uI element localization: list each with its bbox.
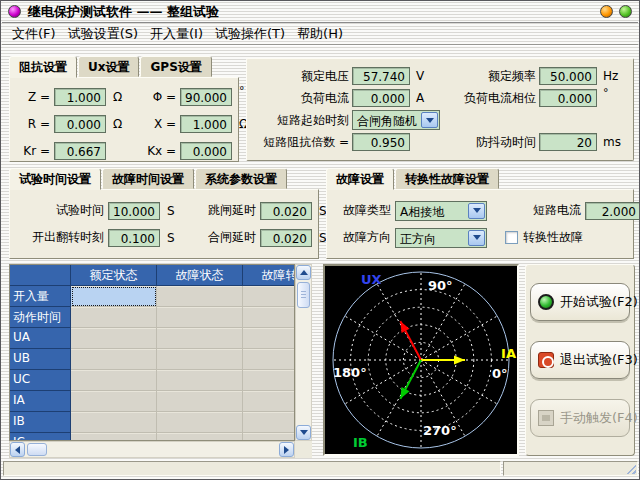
table-row-header[interactable]: IB — [10, 412, 71, 433]
source-settings-group: 额定电压 57.740 V 额定频率 50.000 Hz 负荷电流 0.000 … — [246, 58, 634, 161]
table-cell[interactable] — [71, 349, 157, 370]
chevron-down-icon[interactable] — [468, 230, 485, 246]
tab-system-param-settings[interactable]: 系统参数设置 — [195, 168, 287, 189]
scroll-up-button[interactable] — [296, 265, 311, 280]
scroll-left-button[interactable] — [10, 442, 25, 457]
scroll-down-button[interactable] — [296, 425, 311, 440]
table-cell[interactable] — [71, 412, 157, 433]
tab-impedance-settings[interactable]: 阻抗设置 — [9, 56, 77, 78]
table-cell[interactable] — [157, 370, 243, 391]
fault-panel: 故障设置 转换性故障设置 故障类型 A相接地 短路电流 2.000 A 故障方向… — [326, 168, 634, 259]
svg-text:270°: 270° — [423, 423, 457, 438]
app-icon — [8, 5, 21, 18]
convert-fault-checkbox[interactable] — [505, 231, 518, 244]
vertical-scroll-thumb[interactable] — [297, 282, 310, 308]
r-input[interactable]: 0.000 — [54, 115, 106, 133]
tab-fault-time-settings[interactable]: 故障时间设置 — [102, 168, 194, 189]
resize-grip[interactable] — [624, 462, 636, 474]
test-time-input[interactable]: 10.000 — [108, 202, 160, 220]
table-cell[interactable] — [71, 391, 157, 412]
kr-label: Kr = — [18, 144, 50, 158]
kr-input[interactable]: 0.667 — [54, 142, 106, 160]
trip-delay-input[interactable]: 0.020 — [260, 202, 312, 220]
horizontal-scroll-thumb[interactable] — [27, 443, 47, 456]
impedance-tabs: 阻抗设置 Ux设置 GPS设置 — [9, 56, 239, 77]
table-cell[interactable] — [243, 286, 295, 307]
menu-test-settings[interactable]: 试验设置(S) — [62, 24, 144, 44]
table-cell[interactable] — [71, 307, 157, 328]
load-current-phase-input[interactable]: 0.000 — [539, 89, 597, 107]
table-cell[interactable] — [243, 433, 295, 441]
fault-direction-select[interactable]: 正方向 — [395, 228, 487, 248]
tab-fault-settings[interactable]: 故障设置 — [326, 168, 394, 190]
table-cell[interactable] — [71, 286, 157, 307]
table-row-header[interactable]: UA — [10, 328, 71, 349]
status-table-area: 额定状态故障状态故障转换开入量动作时间UAUBUCIAIBIC — [9, 264, 312, 459]
svg-text:180°: 180° — [333, 365, 367, 380]
status-bar-main — [3, 461, 501, 476]
x-input[interactable]: 1.000 — [180, 115, 232, 133]
table-cell[interactable] — [157, 328, 243, 349]
table-column-header[interactable]: 故障转换 — [243, 265, 295, 286]
rated-frequency-input[interactable]: 50.000 — [539, 67, 597, 85]
table-row-header[interactable]: 动作时间 — [10, 307, 71, 328]
manual-trigger-button[interactable]: 手动触发(F4) — [530, 399, 630, 437]
menu-file[interactable]: 文件(F) — [6, 24, 62, 44]
table-cell[interactable] — [157, 433, 243, 441]
short-circuit-current-label: 短路电流 — [505, 202, 581, 219]
table-cell[interactable] — [243, 307, 295, 328]
tab-ux-settings[interactable]: Ux设置 — [78, 56, 139, 77]
fault-type-select[interactable]: A相接地 — [395, 201, 487, 221]
table-row-header[interactable]: UC — [10, 370, 71, 391]
table-cell[interactable] — [157, 412, 243, 433]
svg-text:90°: 90° — [428, 278, 453, 293]
table-cell[interactable] — [243, 391, 295, 412]
tab-test-time-settings[interactable]: 试验时间设置 — [9, 168, 101, 190]
horizontal-scrollbar[interactable] — [9, 441, 295, 458]
kx-input[interactable]: 0.000 — [180, 142, 232, 160]
table-cell[interactable] — [243, 349, 295, 370]
exit-test-button[interactable]: 退出试验(F3) — [530, 341, 630, 379]
short-circuit-start-select[interactable]: 合闸角随机 — [352, 110, 440, 130]
window-minimize-button[interactable] — [600, 5, 613, 18]
close-delay-input[interactable]: 0.020 — [260, 229, 312, 247]
tab-gps-settings[interactable]: GPS设置 — [140, 56, 211, 77]
manual-trigger-icon — [538, 410, 554, 426]
vertical-scrollbar[interactable] — [295, 264, 312, 441]
table-row-header[interactable]: IC — [10, 433, 71, 441]
table-cell[interactable] — [243, 370, 295, 391]
load-current-input[interactable]: 0.000 — [352, 89, 410, 107]
table-column-header[interactable]: 额定状态 — [71, 265, 157, 286]
svg-text:IB: IB — [353, 435, 368, 450]
table-cell[interactable] — [71, 433, 157, 441]
start-test-button[interactable]: 开始试验(F2) — [530, 283, 630, 321]
table-cell[interactable] — [157, 307, 243, 328]
output-flip-time-input[interactable]: 0.100 — [108, 229, 160, 247]
table-column-header[interactable]: 故障状态 — [157, 265, 243, 286]
chevron-down-icon[interactable] — [468, 203, 485, 219]
anti-jitter-input[interactable]: 20 — [539, 133, 597, 151]
chevron-down-icon[interactable] — [421, 112, 438, 128]
phi-input[interactable]: 90.000 — [180, 88, 232, 106]
table-cell[interactable] — [157, 349, 243, 370]
menu-binary-input[interactable]: 开入量(I) — [144, 24, 209, 44]
table-cell[interactable] — [243, 328, 295, 349]
impedance-multiplier-input[interactable]: 0.950 — [352, 133, 410, 151]
z-input[interactable]: 1.000 — [54, 88, 106, 106]
table-row-header[interactable]: IA — [10, 391, 71, 412]
svg-text:UX: UX — [361, 272, 382, 287]
tab-convert-fault-settings[interactable]: 转换性故障设置 — [395, 168, 499, 189]
table-cell[interactable] — [157, 391, 243, 412]
window-maximize-button[interactable] — [619, 5, 632, 18]
table-cell[interactable] — [71, 370, 157, 391]
rated-voltage-input[interactable]: 57.740 — [352, 67, 410, 85]
scroll-right-button[interactable] — [279, 442, 294, 457]
table-cell[interactable] — [71, 328, 157, 349]
table-cell[interactable] — [157, 286, 243, 307]
short-circuit-current-input[interactable]: 2.000 — [585, 202, 640, 220]
menu-help[interactable]: 帮助(H) — [291, 24, 349, 44]
table-cell[interactable] — [243, 412, 295, 433]
menu-test-operate[interactable]: 试验操作(T) — [209, 24, 291, 44]
table-row-header[interactable]: UB — [10, 349, 71, 370]
table-row-header[interactable]: 开入量 — [10, 286, 71, 307]
